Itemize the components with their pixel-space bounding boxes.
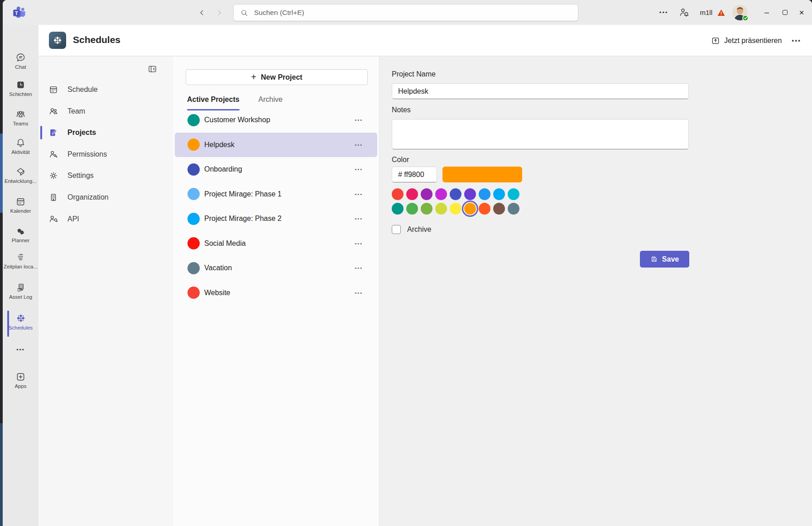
palette-swatch[interactable] [508,188,519,200]
sidebar-item-label: Projects [67,129,96,137]
nav-forward-icon[interactable] [212,6,226,19]
palette-swatch[interactable] [435,203,447,215]
palette-swatch[interactable] [450,203,461,215]
project-item-menu-icon[interactable]: ••• [355,265,363,271]
contact-bell-icon[interactable] [679,7,690,18]
teams-people-icon [15,109,26,120]
palette-swatch[interactable] [508,203,519,215]
archive-checkbox[interactable] [392,225,401,234]
palette-swatch[interactable] [392,203,404,215]
app-header-overflow-icon[interactable]: ••• [792,37,805,44]
sidebar-item-label: Schedule [67,86,98,94]
project-list-item[interactable]: Onboarding ••• [175,157,377,182]
projects-panel: + New Project Active Projects Archive Cu… [173,57,379,526]
search-input[interactable]: Suchen (Ctrl+E) [233,4,578,21]
rail-item-entwicklung[interactable]: Entwicklung... [3,163,38,187]
rail-item-label: Zeitplan loca... [4,264,38,269]
palette-swatch[interactable] [435,188,447,200]
palette-swatch[interactable] [493,188,505,200]
app-rail: Chat Schichten Teams [3,25,38,526]
project-list-item[interactable]: Project Mirage: Phase 2 ••• [175,206,377,231]
palette-swatch[interactable] [479,188,490,200]
color-palette-row-2 [392,203,519,215]
rail-item-schedules[interactable]: Schedules [3,309,38,334]
tab-active-projects[interactable]: Active Projects [187,91,240,109]
account-warning-icon[interactable] [717,9,725,16]
share-screen-icon [711,36,720,45]
schedules-app-icon [49,32,66,49]
rail-item-apps[interactable]: Apps [3,368,38,392]
tab-archive[interactable]: Archive [259,91,283,109]
sidebar-item-settings[interactable]: Settings [38,166,173,186]
planner-icon [15,226,26,236]
window-minimize-icon[interactable]: – [758,0,776,25]
palette-swatch[interactable] [421,188,432,200]
project-list-item[interactable]: Customer Workshop ••• [175,108,377,133]
palette-swatch[interactable] [493,203,505,215]
rail-item-kalender[interactable]: Kalender [3,193,38,217]
rail-item-planner[interactable]: Planner [3,222,38,247]
developer-icon [15,167,26,177]
project-item-menu-icon[interactable]: ••• [355,167,363,172]
tab-label: Active Projects [187,96,240,104]
rail-item-zeitplan[interactable]: Zeitplan loca... [3,249,38,273]
titlebar-overflow-icon[interactable]: ••• [659,9,668,16]
palette-swatch[interactable] [406,203,418,215]
rail-item-teams[interactable]: Teams [3,105,38,130]
project-item-menu-icon[interactable]: ••• [355,290,363,296]
palette-swatch[interactable] [464,203,476,215]
sidebar-item-label: Organization [67,193,109,201]
titlebar: T Suchen (Ctrl+E) ••• [3,0,812,25]
save-floppy-icon [650,255,658,263]
palette-swatch[interactable] [406,188,418,200]
sidebar-item-projects[interactable]: Projects [38,123,173,143]
project-list-item[interactable]: Social Media ••• [175,231,377,256]
project-item-menu-icon[interactable]: ••• [355,241,363,246]
sidebar-item-schedule[interactable]: Schedule [38,80,173,100]
project-item-menu-icon[interactable]: ••• [355,142,363,148]
palette-swatch[interactable] [464,188,476,200]
present-now-label: Jetzt präsentieren [724,37,782,45]
palette-swatch[interactable] [479,203,490,215]
rail-item-schichten[interactable]: Schichten [3,76,38,100]
save-button[interactable]: Save [640,251,689,268]
window-close-icon[interactable]: × [794,0,812,25]
project-item-menu-icon[interactable]: ••• [355,117,363,123]
project-list-item[interactable]: Vacation ••• [175,256,377,281]
rail-item-asset-log[interactable]: Asset Log [3,279,38,303]
color-hex-input[interactable] [392,167,437,182]
projects-notebook-icon [48,128,58,138]
shifts-icon [15,80,26,90]
app-sidebar: Schedule Team Projects [38,57,173,526]
project-item-menu-icon[interactable]: ••• [355,191,363,197]
notes-input[interactable] [392,119,689,149]
sidebar-item-api[interactable]: API [38,209,173,229]
palette-swatch[interactable] [450,188,461,200]
sidebar-item-permissions[interactable]: Permissions [38,144,173,164]
plus-icon: + [251,72,256,82]
sidebar-item-team[interactable]: Team [38,101,173,121]
rail-item-chat[interactable]: Chat [3,49,38,73]
rail-item-aktivitaet[interactable]: Aktivität [3,134,38,158]
account-name[interactable]: m1ll [700,9,712,16]
project-name-input[interactable] [392,83,689,99]
present-now-button[interactable]: Jetzt präsentieren [711,36,782,45]
project-list-item[interactable]: Project Mirage: Phase 1 ••• [175,182,377,207]
sidebar-item-organization[interactable]: Organization [38,187,173,207]
svg-text:T: T [15,10,18,16]
new-project-button[interactable]: + New Project [186,69,368,85]
avatar[interactable] [732,5,748,20]
rail-overflow-icon[interactable]: ••• [3,347,38,353]
project-list-item[interactable]: Website ••• [175,281,377,306]
color-preview-bar [442,167,522,182]
project-item-menu-icon[interactable]: ••• [355,216,363,221]
person-wrench-icon [48,214,58,224]
project-color-dot [187,287,200,299]
window-maximize-icon[interactable] [776,0,794,25]
collapse-sidebar-icon[interactable] [146,63,158,74]
project-list-item[interactable]: Helpdesk ••• [175,133,377,158]
nav-back-icon[interactable] [195,6,209,19]
rail-item-label: Schichten [9,91,32,97]
palette-swatch[interactable] [392,188,404,200]
palette-swatch[interactable] [421,203,432,215]
